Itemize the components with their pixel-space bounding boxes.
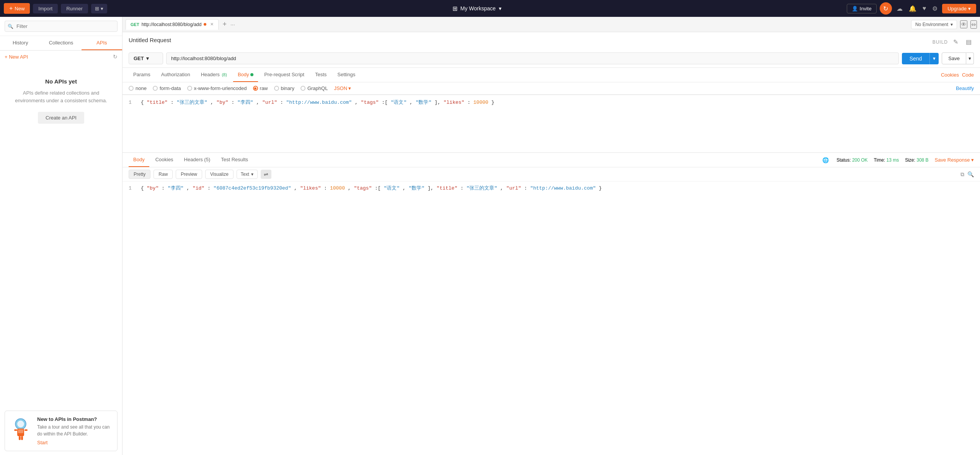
- header-center: ⊞ My Workspace ▾: [110, 5, 844, 12]
- layout-button[interactable]: ⊞ ▾: [91, 4, 107, 13]
- environment-settings-button[interactable]: ⇔: [970, 20, 977, 29]
- sidebar-item-collections[interactable]: Collections: [41, 36, 81, 50]
- save-button[interactable]: Save: [942, 52, 966, 64]
- request-body-editor[interactable]: 1 { "title" : "张三的文章" , "by" : "李四" , "u…: [122, 95, 980, 152]
- body-option-none[interactable]: none: [129, 85, 147, 91]
- send-dropdown-button[interactable]: ▾: [929, 53, 939, 64]
- sidebar-item-history[interactable]: History: [0, 36, 41, 50]
- promo-title: New to APIs in Postman?: [37, 416, 112, 422]
- status-label: Status: 200 OK: [836, 157, 867, 163]
- new-api-button[interactable]: + New API: [5, 54, 28, 60]
- body-option-raw[interactable]: raw: [253, 85, 268, 91]
- search-input[interactable]: [5, 21, 118, 32]
- resp-tab-test-results[interactable]: Test Results: [216, 153, 253, 167]
- chevron-down-icon: ▾: [348, 85, 351, 91]
- edit-icon[interactable]: ✎: [951, 36, 960, 48]
- tab-unsaved-dot: [204, 23, 206, 26]
- tab-authorization[interactable]: Authorization: [157, 68, 195, 82]
- send-button-wrap: Send ▾: [902, 53, 939, 64]
- promo-start-link[interactable]: Start: [37, 440, 112, 445]
- tab-tests[interactable]: Tests: [310, 68, 331, 82]
- tab-params[interactable]: Params: [129, 68, 155, 82]
- search-bar: 🔍: [0, 17, 122, 36]
- tab-settings[interactable]: Settings: [333, 68, 360, 82]
- body-option-form-data[interactable]: form-data: [153, 85, 181, 91]
- tab-body[interactable]: Body: [233, 68, 258, 82]
- sidebar-empty-state: No APIs yet APIs define related collecti…: [0, 63, 122, 407]
- radio-urlencoded: [187, 86, 192, 91]
- tab-add-button[interactable]: +: [220, 20, 229, 29]
- save-dropdown-button[interactable]: ▾: [966, 52, 974, 64]
- save-response-button[interactable]: Save Response ▾: [935, 157, 974, 163]
- import-button[interactable]: Import: [33, 4, 58, 13]
- beautify-button[interactable]: Beautify: [956, 85, 974, 91]
- top-header: + New Import Runner ⊞ ▾ ⊞ My Workspace ▾…: [0, 0, 980, 17]
- no-apis-description: APIs define related collections and envi…: [8, 89, 114, 104]
- tab-more-button[interactable]: ···: [230, 21, 235, 28]
- request-tab[interactable]: GET http://localhost:8080/blog/add ✕: [126, 19, 219, 30]
- body-option-graphql[interactable]: GraphQL: [301, 85, 328, 91]
- method-select[interactable]: GET ▾: [129, 52, 163, 64]
- request-row: GET ▾ Send ▾ Save ▾: [129, 52, 974, 64]
- settings-icon[interactable]: ⚙: [931, 3, 939, 14]
- heart-icon[interactable]: ♥: [921, 3, 928, 13]
- json-format-select[interactable]: JSON ▾: [334, 85, 351, 91]
- size-label: Size: 308 B: [905, 157, 928, 163]
- line-number-1: 1: [129, 100, 132, 105]
- cookies-link[interactable]: Cookies: [941, 72, 959, 78]
- response-status-bar: 🌐 Status: 200 OK Time: 13 ms Size: 308 B: [821, 155, 974, 165]
- code-link[interactable]: Code: [962, 72, 974, 78]
- invite-button[interactable]: 👤 Invite: [847, 4, 877, 13]
- environment-eye-button[interactable]: 👁: [960, 20, 967, 28]
- api-network-icon[interactable]: ☁: [895, 3, 904, 14]
- resp-pretty-button[interactable]: Pretty: [129, 170, 150, 179]
- svg-point-1: [17, 421, 24, 427]
- sidebar-item-apis[interactable]: APIs: [82, 36, 122, 50]
- resp-visualize-button[interactable]: Visualize: [205, 170, 234, 179]
- tab-close-icon[interactable]: ✕: [210, 22, 214, 27]
- create-api-button[interactable]: Create an API: [38, 112, 84, 124]
- resp-tab-body[interactable]: Body: [129, 153, 149, 167]
- response-body-editor[interactable]: 1 { "by" : "李四" , "id" : "6087c4ed2ef53c…: [122, 182, 980, 196]
- sync-button[interactable]: ↻: [880, 2, 892, 15]
- no-apis-title: No APIs yet: [45, 78, 77, 85]
- promo-text: New to APIs in Postman? Take a tour and …: [37, 416, 112, 445]
- body-option-binary[interactable]: binary: [274, 85, 294, 91]
- send-button[interactable]: Send: [902, 53, 930, 64]
- search-icon: 🔍: [8, 24, 13, 29]
- body-options: none form-data x-www-form-urlencoded raw…: [122, 82, 980, 95]
- response-copy-button[interactable]: ⧉: [960, 171, 964, 178]
- svg-rect-5: [24, 429, 28, 431]
- globe-icon[interactable]: 🌐: [821, 155, 830, 165]
- response-format-select[interactable]: Text ▾: [237, 170, 258, 179]
- tab-headers[interactable]: Headers (8): [196, 68, 232, 82]
- promo-description: Take a tour and see all that you can do …: [37, 424, 112, 437]
- refresh-button[interactable]: ↻: [113, 54, 118, 60]
- request-title: Untitled Request: [129, 37, 171, 43]
- upgrade-button[interactable]: Upgrade ▾: [942, 4, 976, 13]
- resp-tab-cookies[interactable]: Cookies: [151, 153, 178, 167]
- chevron-down-icon: ▾: [146, 56, 149, 61]
- panel-icon[interactable]: ▤: [964, 36, 974, 48]
- radio-form-data: [153, 86, 158, 91]
- url-input[interactable]: [166, 52, 899, 64]
- save-button-wrap: Save ▾: [942, 52, 974, 64]
- body-option-urlencoded[interactable]: x-www-form-urlencoded: [187, 85, 247, 91]
- environment-select[interactable]: No Environment ▾: [911, 20, 957, 29]
- radio-graphql: [301, 86, 305, 91]
- tab-method: GET: [131, 22, 139, 27]
- resp-tab-headers[interactable]: Headers (5): [180, 153, 215, 167]
- chevron-down-icon: ▾: [971, 157, 974, 163]
- workspace-button[interactable]: ⊞ My Workspace ▾: [452, 5, 501, 12]
- new-button[interactable]: + New: [4, 3, 30, 14]
- resp-raw-button[interactable]: Raw: [154, 170, 173, 179]
- response-wrap-button[interactable]: ⇌: [261, 170, 271, 179]
- runner-button[interactable]: Runner: [61, 4, 88, 13]
- resp-preview-button[interactable]: Preview: [176, 170, 202, 179]
- radio-raw: [253, 86, 258, 91]
- req-tab-right: Cookies Code: [941, 72, 974, 78]
- tab-pre-request[interactable]: Pre-request Script: [260, 68, 309, 82]
- response-search-button[interactable]: 🔍: [967, 171, 974, 178]
- notification-icon[interactable]: 🔔: [907, 3, 918, 14]
- promo-illustration: [10, 416, 33, 443]
